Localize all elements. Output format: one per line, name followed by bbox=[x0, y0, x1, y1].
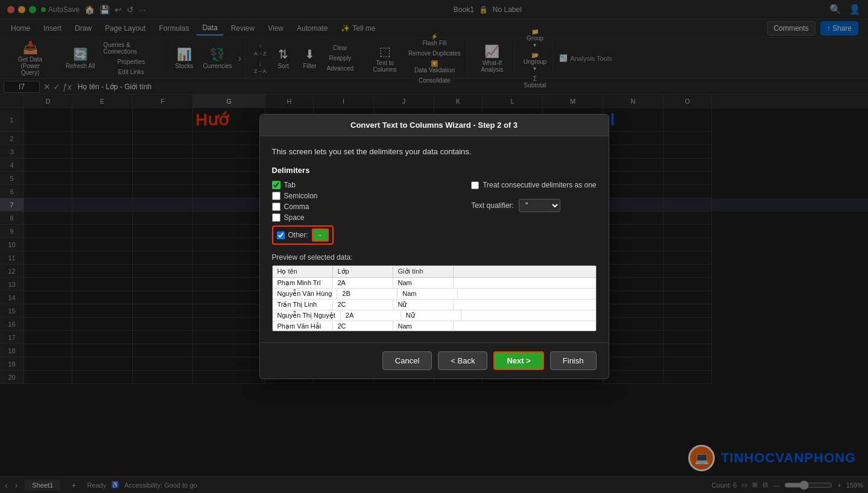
dialog-title: Convert Text to Columns Wizard - Step 2 … bbox=[350, 121, 518, 130]
preview-cell: 2B bbox=[337, 289, 398, 299]
preview-data-row: Nguyễn Thị Nguyệt 2A Nữ bbox=[273, 310, 596, 321]
preview-cell: Nam bbox=[393, 278, 454, 288]
preview-cell: Phạm Văn Hải bbox=[273, 321, 333, 331]
preview-cell: 2C bbox=[333, 300, 393, 310]
dialog-footer: Cancel < Back Next > Finish bbox=[260, 342, 609, 378]
preview-header-col-3: Giới tính bbox=[393, 266, 454, 277]
preview-cell: Nguyễn Văn Hùng bbox=[273, 289, 338, 299]
treat-consecutive-row: Treat consecutive delimiters as one bbox=[471, 181, 596, 189]
delimiters-section-label: Delimiters bbox=[272, 166, 597, 175]
space-label: Space bbox=[284, 213, 305, 222]
comma-label: Comma bbox=[284, 203, 309, 211]
tab-checkbox[interactable] bbox=[272, 181, 280, 189]
dialog-subtitle: This screen lets you set the delimiters … bbox=[272, 147, 597, 156]
finish-button[interactable]: Finish bbox=[550, 351, 597, 370]
comma-delimiter-row: Comma bbox=[272, 203, 334, 211]
space-delimiter-row: Space bbox=[272, 213, 334, 222]
convert-text-dialog: Convert Text to Columns Wizard - Step 2 … bbox=[259, 114, 609, 379]
preview-cell: 2C bbox=[333, 321, 393, 331]
text-qualifier-row: Text qualifier: " ' {none} bbox=[471, 199, 596, 212]
preview-header-row: Họ tên Lớp Giới tính bbox=[273, 266, 596, 278]
comma-checkbox[interactable] bbox=[272, 203, 280, 211]
preview-cell: 2A bbox=[341, 310, 401, 321]
text-qualifier-select[interactable]: " ' {none} bbox=[519, 199, 560, 212]
preview-data-row: Phạm Văn Hải 2C Nam bbox=[273, 321, 596, 331]
tab-delimiter-row: Tab bbox=[272, 181, 334, 189]
preview-cell: Nam bbox=[393, 321, 454, 331]
preview-data-row: Phạm Minh Trí 2A Nam bbox=[273, 278, 596, 289]
dialog-overlay: Convert Text to Columns Wizard - Step 2 … bbox=[0, 0, 868, 493]
other-delimiter-row: Other: bbox=[272, 225, 334, 245]
preview-cell: 2A bbox=[333, 278, 393, 288]
semicolon-label: Semicolon bbox=[284, 192, 318, 200]
preview-box: Họ tên Lớp Giới tính Phạm Minh Trí 2A Na… bbox=[272, 265, 597, 331]
preview-section: Preview of selected data: Họ tên Lớp Giớ… bbox=[272, 253, 597, 331]
preview-cell: Nguyễn Thị Nguyệt bbox=[273, 310, 341, 321]
space-checkbox[interactable] bbox=[272, 213, 280, 222]
other-checkbox[interactable] bbox=[277, 231, 285, 239]
semicolon-delimiter-row: Semicolon bbox=[272, 192, 334, 200]
delimiters-options-container: Tab Semicolon Comma Space bbox=[272, 181, 597, 245]
dialog-title-bar: Convert Text to Columns Wizard - Step 2 … bbox=[260, 115, 609, 136]
preview-cell: Nữ bbox=[393, 300, 454, 310]
treat-consecutive-label: Treat consecutive delimiters as one bbox=[483, 181, 596, 189]
preview-cell: Phạm Minh Trí bbox=[273, 278, 333, 288]
preview-cell: Nữ bbox=[401, 310, 461, 321]
preview-header-col-2: Lớp bbox=[333, 266, 393, 277]
other-label: Other: bbox=[288, 231, 308, 239]
preview-data-row: Trần Thị Linh 2C Nữ bbox=[273, 300, 596, 310]
text-qualifier-label: Text qualifier: bbox=[471, 201, 514, 210]
preview-data-row: Nguyễn Văn Hùng 2B Nam bbox=[273, 289, 596, 300]
back-button[interactable]: < Back bbox=[438, 351, 487, 370]
preview-label: Preview of selected data: bbox=[272, 253, 597, 262]
delimiter-options-right: Treat consecutive delimiters as one Text… bbox=[471, 181, 596, 245]
tab-label: Tab bbox=[284, 181, 296, 189]
semicolon-checkbox[interactable] bbox=[272, 192, 280, 200]
preview-cell: Trần Thị Linh bbox=[273, 300, 333, 310]
dialog-body: This screen lets you set the delimiters … bbox=[260, 136, 609, 342]
treat-consecutive-checkbox[interactable] bbox=[471, 181, 479, 189]
preview-header-col-1: Họ tên bbox=[273, 266, 333, 277]
cancel-button[interactable]: Cancel bbox=[382, 351, 432, 370]
next-button[interactable]: Next > bbox=[493, 351, 543, 370]
delimiter-checkboxes: Tab Semicolon Comma Space bbox=[272, 181, 334, 245]
other-delimiter-input[interactable] bbox=[312, 228, 329, 242]
preview-cell: Nam bbox=[398, 289, 458, 299]
